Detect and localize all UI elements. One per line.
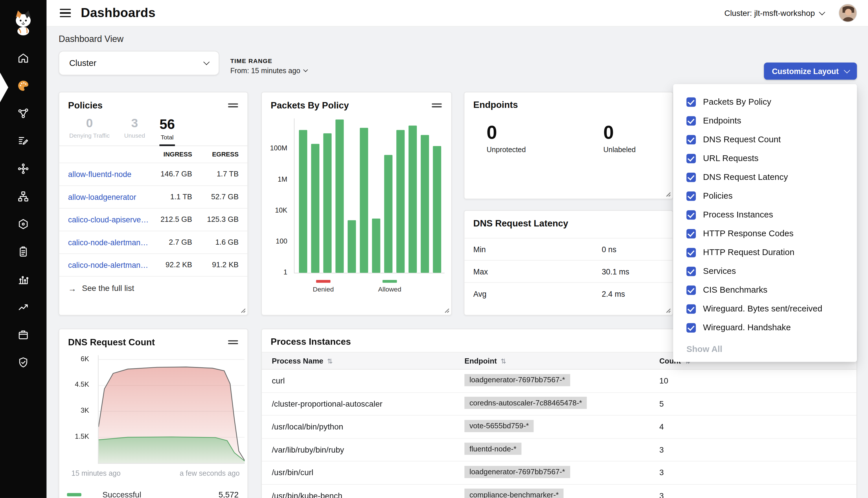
drag-handle-icon[interactable] [228,336,238,348]
y-tick-label: 100 [276,237,287,245]
checkbox-checked-icon[interactable] [686,229,696,238]
resize-handle-icon[interactable] [239,307,246,313]
dns-count-legend-row[interactable]: Successful 5,572 [59,484,248,498]
cat-logo-icon [10,9,36,36]
user-avatar[interactable] [839,4,857,22]
policy-link[interactable]: allow-loadgenerator [68,193,150,201]
layout-menu-item-label: Wireguard. Bytes sent/received [703,304,822,314]
layout-menu-item-label: Wireguard. Handshake [703,323,791,332]
bar [323,133,332,273]
drag-handle-icon[interactable] [228,100,238,111]
sidebar-item-endpoints[interactable] [0,155,47,183]
legend-label: Successful [102,490,141,498]
checkbox-checked-icon[interactable] [686,97,696,107]
process-name: /usr/bin/curl [272,468,464,477]
dashboard-view-select[interactable]: Cluster [59,51,219,75]
layout-menu-item[interactable]: Wireguard. Handshake [673,318,857,337]
checkbox-checked-icon[interactable] [686,154,696,163]
layout-menu-item-label: Process Instances [703,210,773,220]
endpoint-chip[interactable]: loadgenerator-7697bb7567-* [464,466,570,478]
checkbox-checked-icon[interactable] [686,116,696,126]
sidebar-item-service-graph[interactable] [0,100,47,127]
layout-menu-item[interactable]: Policies [673,186,857,205]
endpoint-chip[interactable]: vote-5655bd759-* [464,420,534,432]
dns-request-latency-card: DNS Request Latency Min 0 ns Max 30.1 ms [464,210,673,315]
egress-value: 1.6 GB [192,238,239,246]
checkbox-checked-icon[interactable] [686,304,696,314]
layout-menu-item[interactable]: Endpoints [673,112,857,130]
policy-link[interactable]: allow-fluentd-node [68,170,150,179]
allowed-swatch-icon [383,280,397,283]
drag-handle-icon[interactable] [431,100,442,111]
policy-link[interactable]: calico-cloud-apiserver-… [68,215,150,224]
count-value: 5 [659,399,856,408]
stat-denying-traffic[interactable]: 0 Denying Traffic [69,116,110,145]
checkbox-checked-icon[interactable] [686,210,696,220]
checkbox-checked-icon[interactable] [686,323,696,332]
resize-handle-icon[interactable] [443,307,450,313]
layout-menu-item[interactable]: Services [673,262,857,280]
layout-menu-item[interactable]: HTTP Request Duration [673,243,857,262]
stat-value: 0 [487,122,526,143]
layout-menu-item[interactable]: CIS Benchmarks [673,280,857,299]
sidebar-item-threat-defense[interactable] [0,349,47,376]
endpoint-chip[interactable]: fluentd-node-* [464,443,521,455]
bar [409,126,417,273]
checkbox-checked-icon[interactable] [686,285,696,295]
clusters-icon [17,218,29,230]
stat-value: 0 [69,116,110,131]
dashboards-palette-icon [17,80,29,92]
customize-layout-label: Customize Layout [772,67,839,76]
sidebar-item-image-assurance[interactable] [0,321,47,349]
resize-handle-icon[interactable] [665,191,671,197]
checkbox-checked-icon[interactable] [686,135,696,144]
layout-menu-item[interactable]: Process Instances [673,205,857,224]
endpoint-chip[interactable]: loadgenerator-7697bb7567-* [464,374,570,386]
policy-link[interactable]: calico-node-alertmana… [68,261,150,270]
layout-menu-item[interactable]: Packets By Policy [673,93,857,112]
endpoint-chip[interactable]: coredns-autoscaler-7c88465478-* [464,397,587,409]
time-range-button[interactable]: From: 15 minutes ago [230,66,308,75]
checkbox-checked-icon[interactable] [686,266,696,276]
policy-link[interactable]: calico-node-alertmana… [68,238,150,247]
bar [433,146,441,273]
layout-menu-item[interactable]: DNS Request Latency [673,168,857,186]
stat-total[interactable]: 56 Total [159,116,175,145]
checkbox-checked-icon[interactable] [686,191,696,201]
packets-bar-chart: 100M1M10K1001 Denied Allowed [262,118,451,301]
sidebar-item-network-sets[interactable] [0,183,47,210]
sidebar-item-policies[interactable] [0,127,47,155]
policies-table-body: allow-fluentd-node 146.7 GB 1.7 TB allow… [59,163,248,276]
stat-unused[interactable]: 3 Unused [124,116,145,145]
process-name-header[interactable]: Process Name [272,357,464,365]
table-row: /usr/bin/curl loadgenerator-7697bb7567-*… [262,461,856,484]
endpoint-chip[interactable]: compliance-benchmarker-* [464,489,563,498]
endpoint-header[interactable]: Endpoint [464,357,659,365]
checkbox-checked-icon[interactable] [686,248,696,257]
sidebar-item-activity[interactable] [0,265,47,293]
layout-menu-item[interactable]: Wireguard. Bytes sent/received [673,299,857,318]
layout-menu-item[interactable]: DNS Request Count [673,130,857,149]
sidebar-item-clusters[interactable] [0,210,47,238]
see-full-list-link[interactable]: See the full list [68,284,238,293]
layout-menu-item-label: DNS Request Latency [703,172,788,182]
stat-label: Unprotected [487,145,526,154]
customize-layout-button[interactable]: Customize Layout [764,63,857,80]
layout-menu-item[interactable]: HTTP Response Codes [673,224,857,243]
sidebar-item-compliance[interactable] [0,238,47,266]
legend-denied[interactable]: Denied [310,280,337,293]
sidebar-item-timeline[interactable] [0,293,47,321]
legend-allowed[interactable]: Allowed [376,280,404,293]
app: Dashboards Cluster: jlt-msft-workshop Da… [0,0,868,498]
show-all-link[interactable]: Show All [673,337,857,355]
sidebar-item-home[interactable] [0,44,47,72]
checkbox-checked-icon[interactable] [686,172,696,182]
count-value: 10 [659,377,856,385]
layout-menu-item[interactable]: URL Requests [673,149,857,168]
cluster-selector[interactable]: Cluster: jlt-msft-workshop [721,8,828,18]
menu-toggle-button[interactable] [57,6,73,19]
home-icon [17,52,29,64]
cluster-selector-label: Cluster: jlt-msft-workshop [724,9,815,18]
resize-handle-icon[interactable] [665,307,671,313]
endpoint-cell: loadgenerator-7697bb7567-* [464,466,659,480]
